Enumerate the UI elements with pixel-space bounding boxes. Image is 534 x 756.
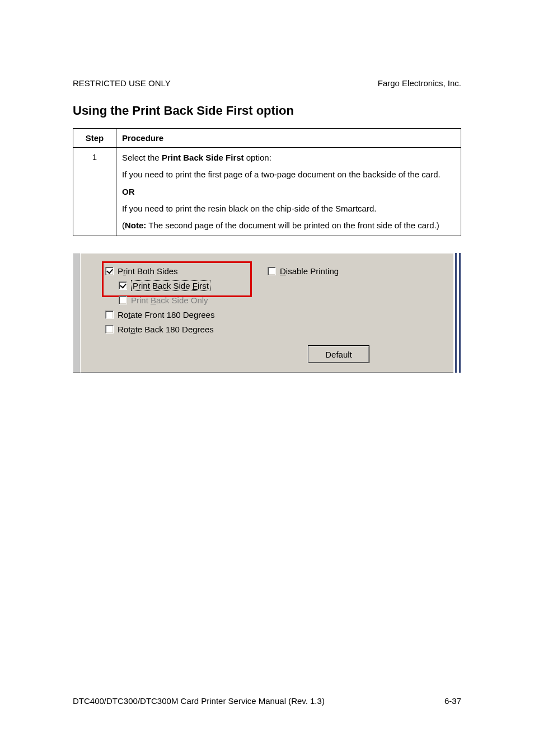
col-step-header: Step <box>73 129 116 148</box>
page: RESTRICTED USE ONLY Fargo Electronics, I… <box>0 0 534 756</box>
table-row: 1 Select the Print Back Side First optio… <box>73 148 461 236</box>
header-right: Fargo Electronics, Inc. <box>378 78 461 88</box>
underline-r: r <box>123 266 126 276</box>
print-back-side-only-checkbox[interactable] <box>119 296 127 304</box>
print-back-side-only-label: Print Back Side Only <box>131 296 208 304</box>
step-number: 1 <box>73 148 116 236</box>
dialog-right-edges <box>453 253 461 373</box>
print-both-sides-option[interactable]: Print Both Sides <box>105 264 268 278</box>
rotate-front-option[interactable]: Rotate Front 180 Degrees <box>105 307 268 322</box>
underline-t: t <box>128 310 130 320</box>
rotate-front-checkbox[interactable] <box>105 311 114 319</box>
page-header: RESTRICTED USE ONLY Fargo Electronics, I… <box>73 78 461 88</box>
footer-right: 6-37 <box>444 696 461 706</box>
proc-line-3: If you need to print the resin black on … <box>122 203 455 214</box>
section-title: Using the Print Back Side First option <box>73 104 461 118</box>
footer-left: DTC400/DTC300/DTC300M Card Printer Servi… <box>73 696 325 706</box>
disable-printing-checkbox[interactable] <box>268 267 276 275</box>
proc-line-4: (Note: The second page of the document w… <box>122 220 455 231</box>
proc-line-2: If you need to print the first page of a… <box>122 169 455 180</box>
underline-b: B <box>151 295 156 305</box>
rotate-back-label: Rotate Back 180 Degrees <box>118 325 214 334</box>
print-back-side-first-option[interactable]: Print Back Side First <box>119 278 268 293</box>
underline-d2: D <box>325 350 331 359</box>
underline-f: F <box>193 281 198 290</box>
page-footer: DTC400/DTC300/DTC300M Card Printer Servi… <box>73 696 461 706</box>
print-back-side-only-option[interactable]: Print Back Side Only <box>119 293 268 307</box>
underline-a: a <box>130 325 135 334</box>
disable-printing-option[interactable]: Disable Printing <box>268 264 437 278</box>
proc-line-1-post: option: <box>244 153 271 162</box>
focus-rect: Print Back Side First <box>131 280 210 291</box>
disable-printing-label: Disable Printing <box>280 267 339 275</box>
proc-line-4-note: Note: <box>125 220 146 230</box>
procedure-table: Step Procedure 1 Select the Print Back S… <box>73 128 461 236</box>
proc-line-1-pre: Select the <box>122 153 162 162</box>
proc-line-1-bold: Print Back Side First <box>162 153 244 162</box>
proc-line-4-rest: The second page of the document will be … <box>146 220 439 230</box>
print-back-side-first-label: Print Back Side First <box>131 281 210 290</box>
options-col-left: Print Both Sides Print Back Side First P… <box>105 264 268 336</box>
default-button[interactable]: Default <box>308 345 369 363</box>
rotate-back-option[interactable]: Rotate Back 180 Degrees <box>105 322 268 336</box>
options-row: Print Both Sides Print Back Side First P… <box>105 264 437 336</box>
dialog-left-edge <box>73 253 80 373</box>
underline-d1: D <box>280 266 286 276</box>
proc-line-1: Select the Print Back Side First option: <box>122 152 455 163</box>
header-left: RESTRICTED USE ONLY <box>73 78 171 88</box>
options-col-right: Disable Printing <box>268 264 437 278</box>
default-button-row: Default <box>308 345 437 363</box>
print-both-sides-checkbox[interactable] <box>105 267 114 275</box>
dialog-body: Print Both Sides Print Back Side First P… <box>80 253 453 373</box>
rotate-front-label: Rotate Front 180 Degrees <box>118 311 214 319</box>
default-button-label: Default <box>325 350 352 359</box>
col-procedure-header: Procedure <box>116 129 461 148</box>
rotate-back-checkbox[interactable] <box>105 325 114 334</box>
proc-or: OR <box>122 186 455 198</box>
procedure-cell: Select the Print Back Side First option:… <box>116 148 461 236</box>
dialog-screenshot: Print Both Sides Print Back Side First P… <box>73 253 461 373</box>
print-both-sides-label: Print Both Sides <box>118 267 178 275</box>
print-back-side-first-checkbox[interactable] <box>119 281 127 290</box>
